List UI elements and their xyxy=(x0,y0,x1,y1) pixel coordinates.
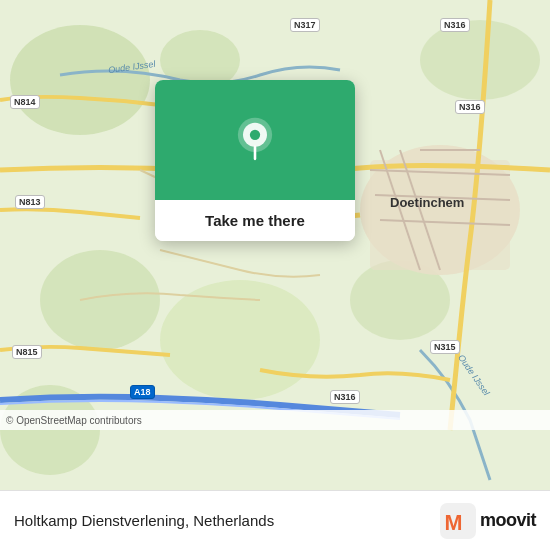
svg-point-4 xyxy=(40,250,160,350)
svg-point-3 xyxy=(420,20,540,100)
city-label-doetinchem: Doetinchem xyxy=(390,195,464,210)
map-container: N814 N813 N815 N316 N316 N317 N317 N315 … xyxy=(0,0,550,490)
road-label-n813: N813 xyxy=(15,195,45,209)
road-label-n815: N815 xyxy=(12,345,42,359)
popup-card: Take me there xyxy=(155,80,355,241)
bottom-bar: Holtkamp Dienstverlening, Netherlands M … xyxy=(0,490,550,550)
road-label-n814: N814 xyxy=(10,95,40,109)
svg-point-1 xyxy=(10,25,150,135)
place-name: Holtkamp Dienstverlening, Netherlands xyxy=(14,512,274,529)
road-label-n316-bot: N316 xyxy=(330,390,360,404)
road-label-n317-top: N317 xyxy=(290,18,320,32)
road-label-n315: N315 xyxy=(430,340,460,354)
moovit-brand-text: moovit xyxy=(480,510,536,531)
road-label-n316-mid: N316 xyxy=(455,100,485,114)
svg-text:M: M xyxy=(444,510,462,535)
attribution-bar: © OpenStreetMap contributors xyxy=(0,410,550,430)
moovit-logo-icon: M xyxy=(440,503,476,539)
svg-point-18 xyxy=(250,130,260,140)
road-label-a18: A18 xyxy=(130,385,155,399)
location-pin-icon xyxy=(231,116,279,164)
take-me-there-button[interactable]: Take me there xyxy=(155,200,355,241)
popup-header xyxy=(155,80,355,200)
road-label-n316-top: N316 xyxy=(440,18,470,32)
attribution-text: © OpenStreetMap contributors xyxy=(6,415,142,426)
moovit-logo: M moovit xyxy=(440,503,536,539)
svg-rect-9 xyxy=(370,160,510,270)
